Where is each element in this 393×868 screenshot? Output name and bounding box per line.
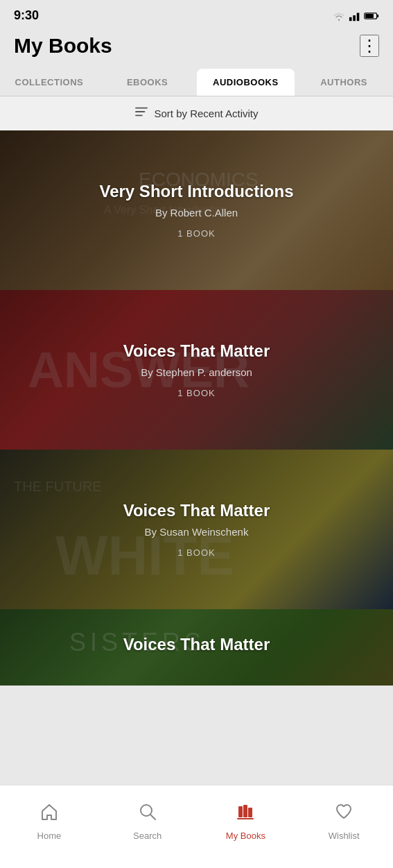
sort-bar[interactable]: Sort by Recent Activity (0, 96, 393, 130)
nav-mybooks[interactable]: My Books (197, 802, 295, 841)
status-bar: 9:30 (0, 0, 393, 28)
sort-label: Sort by Recent Activity (154, 108, 258, 119)
book-card[interactable]: SISTERS Voices That Matter (0, 609, 393, 686)
book-title: Very Short Introductions (99, 182, 293, 201)
books-icon (236, 802, 255, 826)
tab-audiobooks[interactable]: AUDIOBOOKS (197, 69, 295, 96)
svg-line-16 (150, 815, 155, 819)
tab-ebooks[interactable]: EBOOKS (98, 69, 197, 96)
nav-wishlist-label: Wishlist (329, 831, 360, 841)
signal-icon (349, 10, 361, 22)
wifi-icon (332, 10, 346, 22)
book-author: By Susan Weinschenk (123, 526, 270, 538)
svg-rect-4 (377, 14, 379, 17)
book-card[interactable]: ANSWER Voices That Matter By Stephen P. … (0, 290, 393, 450)
book-content: Very Short Introductions By Robert C.All… (85, 168, 307, 253)
home-icon (40, 802, 59, 826)
nav-wishlist[interactable]: Wishlist (295, 802, 393, 841)
book-author: By Stephen P. anderson (123, 366, 270, 378)
battery-icon (364, 11, 379, 21)
status-time: 9:30 (14, 8, 39, 23)
book-count: 1 BOOK (99, 228, 293, 239)
tab-collections[interactable]: COLLECTIONS (0, 69, 98, 96)
nav-search[interactable]: Search (98, 802, 197, 841)
heart-icon (334, 802, 353, 826)
book-count: 1 BOOK (123, 547, 270, 558)
nav-home[interactable]: Home (0, 802, 98, 841)
book-title: Voices That Matter (123, 341, 270, 361)
nav-search-label: Search (133, 831, 161, 841)
svg-rect-18 (243, 805, 247, 817)
nav-mybooks-label: My Books (226, 831, 265, 841)
search-icon (138, 802, 157, 826)
status-icons (332, 10, 379, 22)
page-title: My Books (14, 34, 112, 58)
books-list: ECONOMICS A Very Short Introduction Very… (0, 130, 393, 686)
sort-icon (134, 106, 148, 121)
book-count: 1 BOOK (123, 388, 270, 398)
tabs-bar: COLLECTIONS EBOOKS AUDIOBOOKS AUTHORS (0, 69, 393, 96)
book-card[interactable]: THE FUTURE WHITE Voices That Matter By S… (0, 450, 393, 609)
more-options-button[interactable]: ⋮ (360, 35, 379, 57)
bottom-nav: Home Search My Books Wi (0, 785, 393, 868)
svg-rect-17 (238, 806, 243, 817)
book-card[interactable]: ECONOMICS A Very Short Introduction Very… (0, 130, 393, 290)
book-content: Voices That Matter By Stephen P. anderso… (110, 327, 284, 412)
nav-home-label: Home (37, 831, 62, 841)
svg-rect-0 (349, 17, 352, 20)
book-content: Voices That Matter (110, 621, 284, 674)
svg-rect-2 (357, 12, 360, 21)
book-content: Voices That Matter By Susan Weinschenk 1… (110, 487, 284, 572)
svg-rect-5 (365, 14, 374, 18)
tab-authors[interactable]: AUTHORS (295, 69, 393, 96)
svg-rect-1 (353, 15, 356, 21)
svg-rect-19 (248, 808, 252, 817)
book-author: By Robert C.Allen (99, 207, 293, 219)
header: My Books ⋮ (0, 28, 393, 69)
book-title: Voices That Matter (123, 635, 270, 654)
book-title: Voices That Matter (123, 501, 270, 520)
